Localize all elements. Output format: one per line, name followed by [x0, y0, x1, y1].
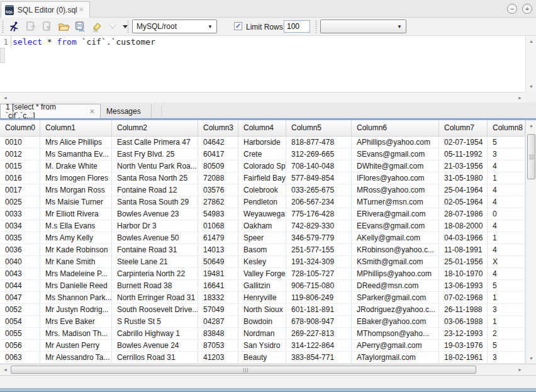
tab-messages[interactable]: Messages [101, 104, 152, 118]
table-cell[interactable]: 312-269-665 [286, 148, 352, 160]
table-cell[interactable]: 50649 [198, 256, 238, 268]
table-cell[interactable]: Mr Justyn Rodrig... [40, 304, 112, 316]
table-cell[interactable]: M.s Ella Evans [40, 220, 112, 232]
toolbar-grip[interactable] [2, 21, 4, 33]
table-cell[interactable]: 0047 [0, 292, 40, 304]
table-cell[interactable]: Mrs Danielle Reed [40, 280, 112, 292]
scroll-left-icon[interactable]: ◄ [0, 92, 11, 103]
table-cell[interactable]: 601-181-891 [286, 304, 352, 316]
column-header[interactable]: Column6 [352, 120, 439, 137]
table-cell[interactable]: 02-05-1964 [439, 196, 488, 208]
table-cell[interactable]: 04287 [198, 316, 238, 328]
table-cell[interactable]: North Erringer Road 31 [112, 292, 198, 304]
table-cell[interactable]: Weyauwega [238, 208, 286, 220]
table-cell[interactable]: 5 [488, 340, 525, 352]
sql-code-editor[interactable]: 1 select * from `cif`.`customer [0, 36, 525, 92]
table-cell[interactable]: JRodriguez@yahoo.c... [352, 304, 439, 316]
table-cell[interactable]: Nordman [238, 328, 286, 340]
table-cell[interactable]: 4 [488, 268, 525, 280]
table-cell[interactable]: Bowdoin [238, 316, 286, 328]
table-cell[interactable]: Ms Maisie Turner [40, 196, 112, 208]
table-cell[interactable]: 83848 [198, 328, 238, 340]
toolbar-overflow-button[interactable] [118, 20, 132, 33]
table-cell[interactable]: SEvans@gmail.com [352, 148, 439, 160]
table-cell[interactable]: MTurner@msn.com [352, 196, 439, 208]
table-cell[interactable]: 0056 [0, 340, 40, 352]
table-cell[interactable]: 03576 [198, 184, 238, 196]
table-cell[interactable]: Kesley [238, 256, 286, 268]
table-cell[interactable]: 03-06-1988 [439, 316, 488, 328]
table-cell[interactable]: 0044 [0, 280, 40, 292]
table-cell[interactable]: Mrs Madeleine P... [40, 268, 112, 280]
table-cell[interactable]: 05-11-1992 [439, 148, 488, 160]
table-cell[interactable]: 0015 [0, 160, 40, 172]
table-cell[interactable]: Mrs Amy Kelly [40, 232, 112, 244]
table-cell[interactable]: APhillips@yahoo.com [352, 137, 439, 148]
table-cell[interactable]: 577-849-854 [286, 172, 352, 184]
table-cell[interactable]: 1 [488, 292, 525, 304]
table-cell[interactable]: 18-10-1970 [439, 268, 488, 280]
table-cell[interactable]: Pendleton [238, 196, 286, 208]
table-cell[interactable]: Mr Kade Robinson [40, 244, 112, 256]
table-cell[interactable]: 3 [488, 148, 525, 160]
table-cell[interactable]: Basom [238, 244, 286, 256]
toolbar-grip[interactable] [315, 21, 317, 33]
table-cell[interactable]: 28-07-1986 [439, 208, 488, 220]
scroll-right-icon[interactable]: ► [515, 364, 525, 375]
table-cell[interactable]: 1 [488, 232, 525, 244]
table-cell[interactable]: 4 [488, 196, 525, 208]
table-row[interactable]: 0052Mr Justyn Rodrig...South Roosevelt D… [0, 304, 525, 316]
table-cell[interactable]: Ms Shannon Park... [40, 292, 112, 304]
table-cell[interactable]: 206-567-234 [286, 196, 352, 208]
collapse-button[interactable]: − [507, 4, 517, 14]
table-cell[interactable]: Burnett Road 38 [112, 280, 198, 292]
table-cell[interactable]: San Ysidro [238, 340, 286, 352]
table-cell[interactable]: 0043 [0, 268, 40, 280]
table-cell[interactable]: APerry@gmail.com [352, 340, 439, 352]
limit-rows-input[interactable] [284, 20, 310, 33]
tab-close-icon[interactable]: ✕ [77, 5, 86, 14]
table-cell[interactable]: KRobinson@yahoo.c... [352, 244, 439, 256]
table-cell[interactable]: 818-877-478 [286, 137, 352, 148]
table-cell[interactable]: 708-140-048 [286, 160, 352, 172]
table-row[interactable]: 0012Ms Samantha Ev...East Fry Blvd. 2560… [0, 148, 525, 160]
table-cell[interactable]: 251-577-155 [286, 244, 352, 256]
table-cell[interactable]: 5 [488, 137, 525, 148]
table-cell[interactable]: 0016 [0, 172, 40, 184]
table-cell[interactable]: Gallitzin [238, 280, 286, 292]
table-cell[interactable]: 21-03-1956 [439, 160, 488, 172]
execute-statement-button[interactable] [24, 20, 38, 33]
grid-horizontal-scrollbar[interactable]: ◄ ► [0, 364, 536, 375]
table-cell[interactable]: 54983 [198, 208, 238, 220]
table-cell[interactable]: 191-324-309 [286, 256, 352, 268]
table-cell[interactable]: 04-03-1966 [439, 232, 488, 244]
table-cell[interactable]: 4 [488, 160, 525, 172]
table-cell[interactable]: 2 [488, 328, 525, 340]
table-cell[interactable]: 0012 [0, 148, 40, 160]
table-cell[interactable]: 23-12-1993 [439, 328, 488, 340]
table-row[interactable]: 0016Mrs Imogen FloresSanta Rosa North 25… [0, 172, 525, 184]
column-header[interactable]: Column1 [40, 120, 112, 137]
column-header[interactable]: Column7 [439, 120, 488, 137]
table-cell[interactable]: MRoss@yahoo.com [352, 184, 439, 196]
table-cell[interactable]: 383-854-771 [286, 352, 352, 364]
editor-horizontal-scrollbar[interactable]: ◄ ► [0, 92, 525, 103]
table-cell[interactable]: 0054 [0, 316, 40, 328]
table-cell[interactable]: DWhite@gmail.com [352, 160, 439, 172]
table-cell[interactable]: Mrs Imogen Flores [40, 172, 112, 184]
table-cell[interactable]: 678-908-947 [286, 316, 352, 328]
scroll-up-icon[interactable]: ▲ [526, 120, 536, 131]
table-cell[interactable]: 27862 [198, 196, 238, 208]
tab-sql-editor[interactable]: SQL SQL Editor (0).sql ✕ [1, 1, 90, 18]
table-cell[interactable]: 07-02-1968 [439, 292, 488, 304]
table-cell[interactable]: IFlores@yahoo.com [352, 172, 439, 184]
table-cell[interactable]: 0017 [0, 184, 40, 196]
table-row[interactable]: 0036Mr Kade RobinsonFontaine Road 311401… [0, 244, 525, 256]
table-row[interactable]: 0056Mr Austen PerryBowles Avenue 2487053… [0, 340, 525, 352]
table-cell[interactable]: 906-715-080 [286, 280, 352, 292]
table-cell[interactable]: South Roosevelt Drive... [112, 304, 198, 316]
table-row[interactable]: 0015M. Drake WhiteNorth Ventu Park Roa..… [0, 160, 525, 172]
table-cell[interactable]: SParker@gmail.com [352, 292, 439, 304]
table-cell[interactable]: Mr Elliott Rivera [40, 208, 112, 220]
table-cell[interactable]: 18-02-1961 [439, 352, 488, 364]
